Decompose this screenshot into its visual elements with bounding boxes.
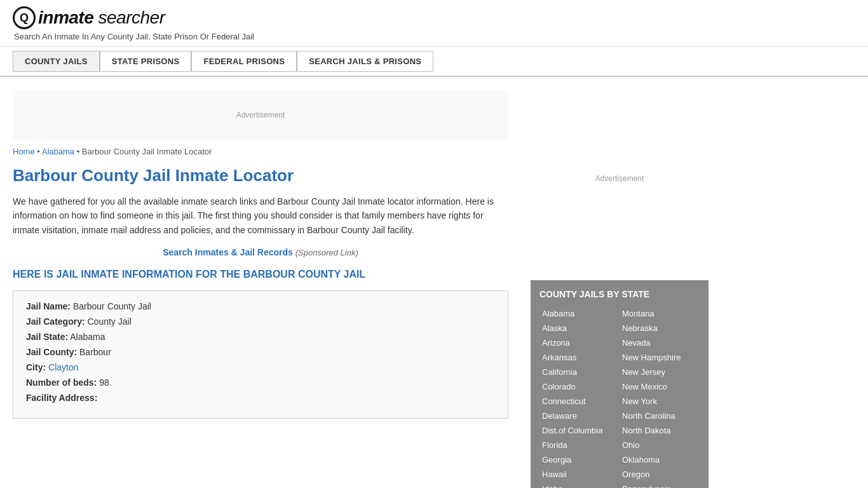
ad-label-top: Advertisement	[236, 111, 285, 119]
state-link[interactable]: California	[539, 365, 620, 379]
city-row: City: Clayton	[26, 362, 495, 372]
breadcrumb-current: Barbour County Jail Inmate Locator	[82, 147, 212, 156]
logo-text: inmate searcher	[38, 8, 165, 28]
section-heading: HERE IS JAIL INMATE INFORMATION FOR THE …	[13, 269, 508, 280]
state-link[interactable]: Montana	[620, 307, 700, 320]
state-link[interactable]: Oklahoma	[620, 453, 700, 466]
nav-state-prisons[interactable]: STATE PRISONS	[100, 51, 192, 72]
state-link[interactable]: Dist.of Columbia	[539, 424, 620, 437]
address-row: Facility Address:	[26, 393, 495, 403]
state-box-title: COUNTY JAILS BY STATE	[539, 289, 700, 299]
jail-name-label: Jail Name:	[26, 301, 71, 311]
sidebar-ad-label: Advertisement	[595, 174, 644, 183]
state-link[interactable]: Pennsylvania	[620, 482, 700, 488]
sponsored-link[interactable]: Search Inmates & Jail Records	[163, 247, 293, 257]
state-link[interactable]: North Dakota	[620, 424, 700, 437]
state-link[interactable]: North Carolina	[620, 409, 700, 423]
sponsored-link-area: Search Inmates & Jail Records (Sponsored…	[13, 247, 508, 257]
logo-icon: Q	[13, 6, 36, 29]
logo-q: Q	[20, 11, 29, 25]
state-link[interactable]: Delaware	[539, 409, 620, 423]
sidebar: Advertisement COUNTY JAILS BY STATE Alab…	[521, 77, 718, 488]
state-link[interactable]: Florida	[539, 438, 620, 452]
state-link[interactable]: Connecticut	[539, 395, 620, 408]
nav-federal-prisons[interactable]: FEDERAL PRISONS	[191, 51, 297, 72]
breadcrumb-state[interactable]: Alabama	[42, 147, 74, 156]
state-col-left: AlabamaAlaskaArizonaArkansasCaliforniaCo…	[539, 307, 620, 488]
city-value: Clayton	[48, 362, 78, 372]
state-link[interactable]: Nevada	[620, 336, 700, 349]
page-title: Barbour County Jail Inmate Locator	[13, 166, 508, 186]
state-link[interactable]: Georgia	[539, 453, 620, 466]
description-text: We have gathered for you all the availab…	[13, 194, 508, 237]
page-layout: Advertisement Home • Alabama • Barbour C…	[0, 77, 868, 488]
logo-area: Q inmate searcher	[13, 6, 855, 29]
state-box: COUNTY JAILS BY STATE AlabamaAlaskaArizo…	[531, 280, 709, 488]
beds-value: 98	[99, 377, 109, 388]
state-link[interactable]: Arkansas	[539, 351, 620, 364]
site-header: Q inmate searcher Search An Inmate In An…	[0, 0, 868, 47]
nav-bar: COUNTY JAILS STATE PRISONS FEDERAL PRISO…	[0, 47, 868, 77]
jail-name-row: Jail Name: Barbour County Jail	[26, 301, 495, 311]
beds-label: Number of beds:	[26, 377, 97, 388]
breadcrumb-home[interactable]: Home	[13, 147, 35, 156]
address-label: Facility Address:	[26, 393, 97, 403]
nav-county-jails[interactable]: COUNTY JAILS	[13, 51, 100, 72]
sponsored-label: (Sponsored Link)	[295, 248, 358, 257]
main-content: Advertisement Home • Alabama • Barbour C…	[0, 77, 521, 488]
state-link[interactable]: Colorado	[539, 380, 620, 393]
state-link[interactable]: New York	[620, 395, 700, 408]
jail-category-label: Jail Category:	[26, 316, 85, 327]
state-link[interactable]: Ohio	[620, 438, 700, 452]
state-link[interactable]: Nebraska	[620, 322, 700, 335]
state-link[interactable]: Idaho	[539, 482, 620, 488]
jail-state-value: Alabama	[70, 332, 105, 342]
jail-state-label: Jail State:	[26, 332, 68, 342]
state-link[interactable]: New Mexico	[620, 380, 700, 393]
breadcrumb: Home • Alabama • Barbour County Jail Inm…	[13, 147, 508, 156]
state-columns: AlabamaAlaskaArizonaArkansasCaliforniaCo…	[539, 307, 700, 488]
state-link[interactable]: New Jersey	[620, 365, 700, 379]
jail-category-value: County Jail	[87, 316, 131, 327]
ad-banner-top: Advertisement	[13, 90, 508, 140]
tagline: Search An Inmate In Any County Jail, Sta…	[14, 32, 855, 41]
jail-county-value: Barbour	[79, 347, 111, 357]
city-label: City:	[26, 362, 46, 372]
jail-name-value: Barbour County Jail	[73, 301, 151, 311]
state-link[interactable]: Arizona	[539, 336, 620, 349]
state-link[interactable]: Hawaii	[539, 468, 620, 481]
state-col-right: MontanaNebraskaNevadaNew HampshireNew Je…	[620, 307, 700, 488]
sidebar-ad: Advertisement	[531, 83, 709, 274]
jail-state-row: Jail State: Alabama	[26, 332, 495, 342]
jail-info-box: Jail Name: Barbour County Jail Jail Cate…	[13, 290, 508, 419]
jail-category-row: Jail Category: County Jail	[26, 316, 495, 327]
nav-search-jails[interactable]: SEARCH JAILS & PRISONS	[297, 51, 433, 72]
state-link[interactable]: Alaska	[539, 322, 620, 335]
state-link[interactable]: Oregon	[620, 468, 700, 481]
jail-county-row: Jail County: Barbour	[26, 347, 495, 357]
state-link[interactable]: New Hampshire	[620, 351, 700, 364]
state-link[interactable]: Alabama	[539, 307, 620, 320]
beds-row: Number of beds: 98	[26, 377, 495, 388]
jail-county-label: Jail County:	[26, 347, 77, 357]
